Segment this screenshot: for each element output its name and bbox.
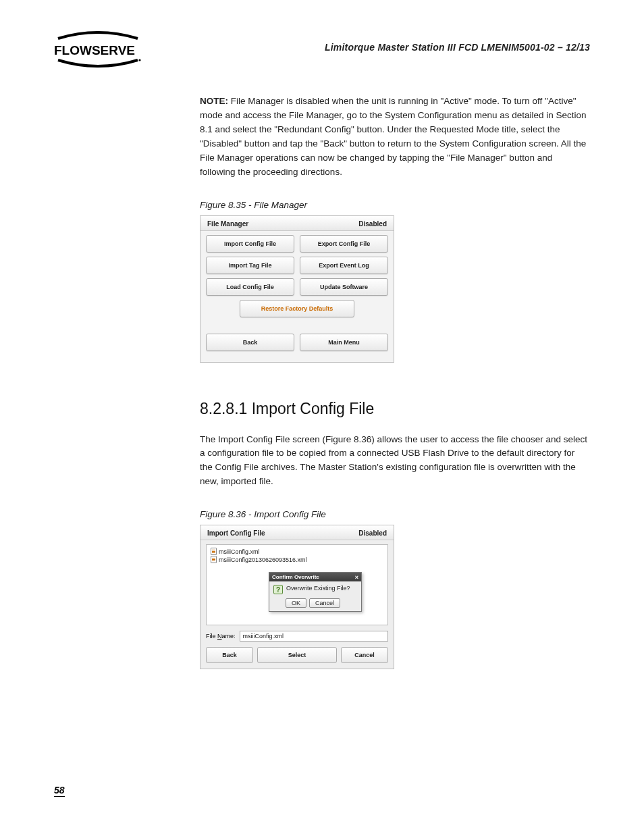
export-config-button[interactable]: Export Config File <box>300 235 388 253</box>
page-number: 58 <box>54 785 65 797</box>
fig36-select-button[interactable]: Select <box>257 647 337 663</box>
restore-defaults-button[interactable]: Restore Factory Defaults <box>240 300 354 317</box>
fig36-status: Disabled <box>358 529 387 537</box>
export-event-button[interactable]: Export Event Log <box>300 257 388 274</box>
import-config-button[interactable]: Import Config File <box>206 235 294 253</box>
confirm-overwrite-dialog: Confirm Overwrite × ? Overwrite Existing… <box>269 572 362 612</box>
update-software-button[interactable]: Update Software <box>300 278 388 296</box>
logo-text: FLOWSERVE <box>54 43 135 57</box>
fig36-caption: Figure 8.36 - Import Config File <box>200 509 589 519</box>
dialog-ok-button[interactable]: OK <box>286 598 306 608</box>
svg-point-0 <box>138 59 140 61</box>
doc-title: Limitorque Master Station III FCD LMENIM… <box>325 42 590 53</box>
back-button[interactable]: Back <box>206 334 294 351</box>
fig36-cancel-button[interactable]: Cancel <box>341 647 388 663</box>
fig36-title: Import Config File <box>207 529 265 537</box>
section-paragraph: The Import Config File screen (Figure 8.… <box>200 433 589 490</box>
list-item[interactable]: msiiiConfig20130626093516.xml <box>211 556 383 563</box>
file-name: msiiiConfig20130626093516.xml <box>219 556 307 563</box>
note-label: NOTE: <box>200 96 228 106</box>
fig35-status: Disabled <box>358 220 387 228</box>
fig35-panel: File Manager Disabled Import Config File… <box>200 215 394 363</box>
fig35-caption: Figure 8.35 - File Manager <box>200 200 589 210</box>
file-name: msiiiConfig.xml <box>219 548 260 555</box>
close-icon[interactable]: × <box>355 575 358 580</box>
fig35-title: File Manager <box>207 220 248 228</box>
list-item[interactable]: msiiiConfig.xml <box>211 548 383 555</box>
dialog-message: Overwrite Existing File? <box>286 585 350 592</box>
flowserve-logo: FLOWSERVE <box>54 30 142 68</box>
dialog-title: Confirm Overwrite <box>272 574 319 580</box>
file-icon <box>211 548 217 555</box>
main-menu-button[interactable]: Main Menu <box>300 334 388 351</box>
load-config-button[interactable]: Load Config File <box>206 278 294 296</box>
section-heading: 8.2.8.1 Import Config File <box>200 400 589 418</box>
import-tag-button[interactable]: Import Tag File <box>206 257 294 274</box>
question-icon: ? <box>273 585 283 594</box>
note-text: File Manager is disabled when the unit i… <box>200 96 587 177</box>
filename-input[interactable]: msiiiConfig.xml <box>240 631 388 642</box>
note-paragraph: NOTE: File Manager is disabled when the … <box>200 95 589 180</box>
fig36-back-button[interactable]: Back <box>206 647 253 663</box>
fig36-panel: Import Config File Disabled msiiiConfig.… <box>200 525 394 669</box>
dialog-cancel-button[interactable]: Cancel <box>309 598 340 608</box>
file-list[interactable]: msiiiConfig.xml msiiiConfig2013062609351… <box>206 544 388 625</box>
file-icon <box>211 556 217 563</box>
filename-label: File Name: <box>206 633 236 640</box>
